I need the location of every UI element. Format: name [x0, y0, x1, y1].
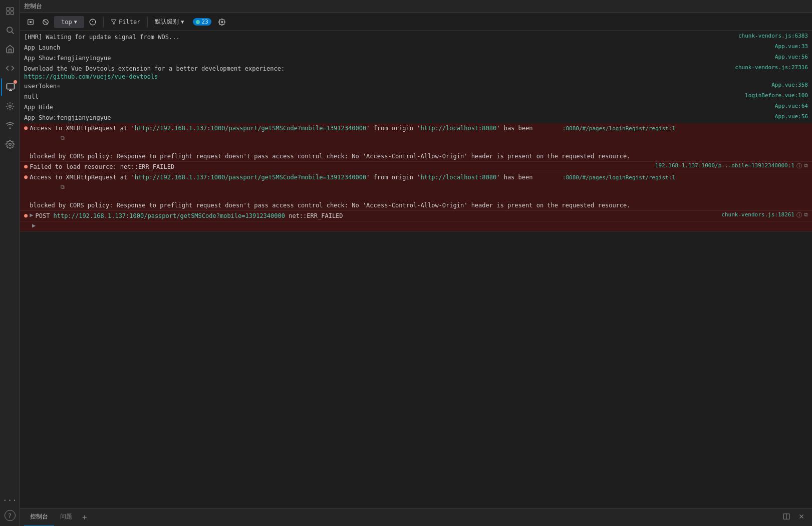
split-editor-button[interactable] — [780, 511, 793, 523]
svg-rect-6 — [7, 84, 14, 89]
line-3-source[interactable]: App.vue:56 — [775, 54, 808, 60]
svg-rect-2 — [11, 12, 13, 15]
message-count-badge: 23 — [193, 18, 211, 26]
sidebar-icon-explorer[interactable] — [1, 2, 19, 20]
line-10-source[interactable]: 192.168.1.137:1000/p...obile=13912340000… — [655, 162, 794, 169]
sidebar-icon-more[interactable]: ··· — [1, 491, 19, 509]
close-panel-button[interactable] — [795, 511, 808, 523]
copy-icon-11[interactable]: ⧉ — [61, 184, 65, 190]
sidebar-icon-home[interactable] — [1, 40, 19, 58]
sidebar-icon-settings[interactable] — [1, 135, 19, 153]
svg-marker-20 — [111, 20, 116, 24]
line-11-source[interactable]: :8080/#/pages/loginRegist/regist:1 — [563, 174, 675, 181]
line-4-link[interactable]: https://github.com/vuejs/vue-devtools — [24, 73, 158, 80]
line-5-source[interactable]: App.vue:358 — [771, 82, 808, 88]
svg-point-4 — [7, 27, 13, 33]
line-10-content: Failed to load resource: net::ERR_FAILED — [30, 162, 647, 171]
svg-rect-3 — [7, 12, 9, 15]
svg-line-16 — [44, 20, 48, 24]
top-dropdown-icon: ▼ — [74, 19, 77, 25]
sidebar-icon-debug[interactable] — [1, 97, 19, 115]
filter-button[interactable]: Filter — [108, 18, 143, 27]
title-text: 控制台 — [24, 2, 42, 11]
level-selector[interactable]: 默认级别 ▼ — [152, 17, 187, 27]
line-9-url2[interactable]: http://localhost:8080 — [421, 125, 497, 132]
line-6-source[interactable]: loginBefore.vue:100 — [745, 92, 808, 99]
top-label: top — [61, 19, 72, 26]
line-2-source[interactable]: App.vue:33 — [775, 43, 808, 50]
line-11-url1[interactable]: http://192.168.1.137:1000/passport/getSM… — [135, 174, 366, 181]
svg-point-9 — [9, 105, 11, 108]
console-line-3: App Show:fengjianyingyue App.vue:56 — [20, 53, 812, 64]
line-8-source[interactable]: App.vue:56 — [775, 113, 808, 120]
console-output[interactable]: [HMR] Waiting for update signal from WDS… — [20, 31, 812, 508]
watch-button[interactable] — [86, 16, 99, 28]
add-tab-button[interactable]: + — [78, 508, 91, 527]
line-5-content: userToken= — [24, 82, 763, 91]
console-line-7: App Hide App.vue:64 — [20, 102, 812, 113]
sidebar-icon-wifi[interactable] — [1, 116, 19, 134]
sidebar-icon-code[interactable] — [1, 59, 19, 77]
line-9-url1[interactable]: http://192.168.1.137:1000/passport/getSM… — [135, 125, 366, 132]
block-button[interactable] — [39, 16, 52, 28]
tab-issues-label: 问题 — [60, 512, 72, 521]
tab-issues[interactable]: 问题 — [54, 508, 78, 527]
console-line-8: App Show:fengjianyingyue App.vue:56 — [20, 113, 812, 123]
expand-icon-12[interactable]: ▶ — [30, 211, 33, 218]
line-8-content: App Show:fengjianyingyue — [24, 113, 767, 122]
console-line-11: ● Access to XMLHttpRequest at 'http://19… — [20, 172, 812, 211]
main-panel: 控制台 top ▼ Filter 默认级别 ▼ 23 — [20, 0, 812, 526]
error-icon-12: ● — [24, 212, 28, 219]
separator-1 — [103, 17, 104, 27]
filter-label: Filter — [119, 19, 140, 26]
error-icon-10: ● — [24, 163, 28, 170]
svg-line-5 — [12, 32, 14, 34]
line-4-content: Download the Vue Devtools extension for … — [24, 64, 727, 73]
line-7-source[interactable]: App.vue:64 — [775, 103, 808, 109]
console-expand-row: ▶ — [20, 221, 812, 231]
line-11-content: Access to XMLHttpRequest at 'http://192.… — [30, 173, 808, 210]
line-4-source[interactable]: chunk-vendors.js:27316 — [735, 64, 808, 71]
info-icon-12[interactable]: ⓘ — [796, 211, 802, 219]
copy-icon-12[interactable]: ⧉ — [804, 211, 808, 218]
tab-console-label: 控制台 — [30, 512, 48, 521]
info-icon-10[interactable]: ⓘ — [796, 162, 802, 170]
level-dropdown-icon: ▼ — [181, 19, 184, 25]
bottom-tab-bar: 控制台 问题 + — [20, 508, 812, 526]
line-11-url2[interactable]: http://localhost:8080 — [421, 174, 497, 181]
line-9-content: Access to XMLHttpRequest at 'http://192.… — [30, 124, 808, 161]
line-7-content: App Hide — [24, 103, 767, 112]
line-6-content: null — [24, 92, 737, 101]
line-12-source[interactable]: chunk-vendors.js:18261 — [721, 211, 794, 218]
top-selector[interactable]: top ▼ — [54, 16, 84, 28]
sidebar-icon-search[interactable] — [1, 21, 19, 39]
copy-icon-9[interactable]: ⧉ — [61, 135, 65, 141]
line-1-content: [HMR] Waiting for update signal from WDS… — [24, 33, 730, 42]
tab-console[interactable]: 控制台 — [24, 508, 54, 527]
console-line-4: Download the Vue Devtools extension for … — [20, 64, 812, 81]
svg-rect-1 — [11, 8, 13, 10]
console-line-2: App Launch App.vue:33 — [20, 43, 812, 53]
copy-icon-10[interactable]: ⧉ — [804, 162, 808, 169]
line-12-content: POST http://192.168.1.137:1000/passport/… — [35, 211, 713, 220]
line-1-source[interactable]: chunk-vendors.js:6383 — [738, 33, 808, 39]
line-12-url[interactable]: http://192.168.1.137:1000/passport/getSM… — [54, 212, 285, 219]
expand-sub-icon[interactable]: ▶ — [32, 222, 36, 229]
console-settings-button[interactable] — [215, 16, 228, 28]
console-line-12: ● ▶ POST http://192.168.1.137:1000/passp… — [20, 211, 812, 221]
sidebar-icon-help[interactable]: ? — [5, 510, 16, 521]
svg-point-21 — [221, 21, 223, 23]
error-icon-11: ● — [24, 173, 28, 180]
console-line-10: ● Failed to load resource: net::ERR_FAIL… — [20, 162, 812, 172]
clear-button[interactable] — [24, 16, 37, 28]
sidebar-icon-console[interactable] — [1, 78, 19, 96]
console-toolbar: top ▼ Filter 默认级别 ▼ 23 — [20, 13, 812, 31]
line-9-source[interactable]: :8080/#/pages/loginRegist/regist:1 — [563, 125, 675, 132]
badge-count: 23 — [201, 19, 208, 25]
separator-2 — [147, 17, 148, 27]
svg-point-10 — [10, 128, 11, 129]
console-line-9: ● Access to XMLHttpRequest at 'http://19… — [20, 123, 812, 162]
sidebar: ··· ? — [0, 0, 20, 526]
console-line-1: [HMR] Waiting for update signal from WDS… — [20, 32, 812, 43]
error-icon-9: ● — [24, 124, 28, 131]
